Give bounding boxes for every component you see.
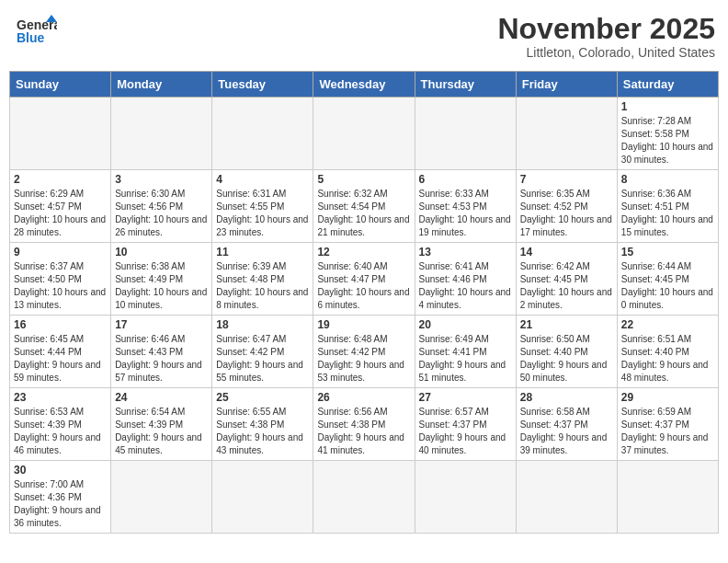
day-number: 21 <box>520 318 613 331</box>
calendar-day-cell: 25Sunrise: 6:55 AM Sunset: 4:38 PM Dayli… <box>212 388 313 461</box>
day-info: Sunrise: 6:35 AM Sunset: 4:52 PM Dayligh… <box>520 188 613 239</box>
calendar-day-cell: 13Sunrise: 6:41 AM Sunset: 4:46 PM Dayli… <box>415 243 516 316</box>
calendar-day-cell: 14Sunrise: 6:42 AM Sunset: 4:45 PM Dayli… <box>516 243 617 316</box>
day-number: 5 <box>317 173 410 186</box>
calendar-day-cell <box>111 461 212 534</box>
day-info: Sunrise: 6:38 AM Sunset: 4:49 PM Dayligh… <box>115 260 208 312</box>
day-of-week-header: Sunday <box>10 72 111 98</box>
calendar-day-cell: 24Sunrise: 6:54 AM Sunset: 4:39 PM Dayli… <box>111 388 212 461</box>
calendar-day-cell <box>313 98 415 170</box>
calendar-day-cell <box>212 98 313 170</box>
calendar-day-cell: 12Sunrise: 6:40 AM Sunset: 4:47 PM Dayli… <box>313 243 415 316</box>
day-number: 4 <box>216 173 309 186</box>
logo-icon: General Blue <box>17 13 57 53</box>
calendar-day-cell: 10Sunrise: 6:38 AM Sunset: 4:49 PM Dayli… <box>111 243 212 316</box>
day-info: Sunrise: 7:28 AM Sunset: 5:58 PM Dayligh… <box>621 115 714 167</box>
calendar-day-cell: 4Sunrise: 6:31 AM Sunset: 4:55 PM Daylig… <box>212 170 313 243</box>
day-number: 15 <box>621 246 714 259</box>
calendar-day-cell: 1Sunrise: 7:28 AM Sunset: 5:58 PM Daylig… <box>617 98 718 170</box>
day-info: Sunrise: 6:47 AM Sunset: 4:42 PM Dayligh… <box>216 333 309 385</box>
calendar-week-row: 9Sunrise: 6:37 AM Sunset: 4:50 PM Daylig… <box>10 243 719 316</box>
calendar-day-cell: 19Sunrise: 6:48 AM Sunset: 4:42 PM Dayli… <box>313 316 415 388</box>
day-of-week-header: Friday <box>516 72 617 98</box>
calendar-day-cell: 16Sunrise: 6:45 AM Sunset: 4:44 PM Dayli… <box>10 316 111 388</box>
day-info: Sunrise: 6:44 AM Sunset: 4:45 PM Dayligh… <box>621 260 714 312</box>
day-number: 19 <box>317 318 410 331</box>
day-number: 1 <box>621 100 714 113</box>
day-number: 9 <box>14 246 107 259</box>
day-info: Sunrise: 6:39 AM Sunset: 4:48 PM Dayligh… <box>216 260 309 312</box>
day-number: 2 <box>14 173 107 186</box>
svg-text:Blue: Blue <box>17 30 45 45</box>
day-info: Sunrise: 6:51 AM Sunset: 4:40 PM Dayligh… <box>621 333 714 385</box>
day-info: Sunrise: 6:56 AM Sunset: 4:38 PM Dayligh… <box>317 406 410 457</box>
day-number: 10 <box>115 246 208 259</box>
day-info: Sunrise: 6:29 AM Sunset: 4:57 PM Dayligh… <box>14 188 107 239</box>
day-info: Sunrise: 6:42 AM Sunset: 4:45 PM Dayligh… <box>520 260 613 312</box>
day-info: Sunrise: 6:33 AM Sunset: 4:53 PM Dayligh… <box>419 188 512 239</box>
day-number: 7 <box>520 173 613 186</box>
calendar-day-cell: 9Sunrise: 6:37 AM Sunset: 4:50 PM Daylig… <box>10 243 111 316</box>
day-info: Sunrise: 6:41 AM Sunset: 4:46 PM Dayligh… <box>419 260 512 312</box>
day-info: Sunrise: 6:30 AM Sunset: 4:56 PM Dayligh… <box>115 188 208 239</box>
location-title: Littleton, Colorado, United States <box>497 45 715 60</box>
calendar-day-cell: 30Sunrise: 7:00 AM Sunset: 4:36 PM Dayli… <box>10 461 111 534</box>
day-number: 3 <box>115 173 208 186</box>
calendar-day-cell <box>212 461 313 534</box>
day-number: 11 <box>216 246 309 259</box>
day-number: 24 <box>115 391 208 404</box>
day-number: 28 <box>520 391 613 404</box>
day-of-week-header: Saturday <box>617 72 718 98</box>
calendar-day-cell: 22Sunrise: 6:51 AM Sunset: 4:40 PM Dayli… <box>617 316 718 388</box>
calendar-week-row: 30Sunrise: 7:00 AM Sunset: 4:36 PM Dayli… <box>10 461 719 534</box>
day-info: Sunrise: 6:32 AM Sunset: 4:54 PM Dayligh… <box>317 188 410 239</box>
day-number: 22 <box>621 318 714 331</box>
day-number: 17 <box>115 318 208 331</box>
calendar-day-cell: 3Sunrise: 6:30 AM Sunset: 4:56 PM Daylig… <box>111 170 212 243</box>
day-info: Sunrise: 6:45 AM Sunset: 4:44 PM Dayligh… <box>14 333 107 385</box>
day-info: Sunrise: 6:59 AM Sunset: 4:37 PM Dayligh… <box>621 406 714 457</box>
calendar-week-row: 2Sunrise: 6:29 AM Sunset: 4:57 PM Daylig… <box>10 170 719 243</box>
page-header: General Blue November 2025 Littleton, Co… <box>9 9 719 63</box>
day-number: 14 <box>520 246 613 259</box>
day-info: Sunrise: 6:57 AM Sunset: 4:37 PM Dayligh… <box>419 406 512 457</box>
calendar-day-cell: 20Sunrise: 6:49 AM Sunset: 4:41 PM Dayli… <box>415 316 516 388</box>
calendar-day-cell: 15Sunrise: 6:44 AM Sunset: 4:45 PM Dayli… <box>617 243 718 316</box>
calendar-day-cell <box>313 461 415 534</box>
calendar-day-cell <box>516 461 617 534</box>
day-number: 27 <box>419 391 512 404</box>
calendar-header-row: SundayMondayTuesdayWednesdayThursdayFrid… <box>10 72 719 98</box>
calendar-day-cell: 21Sunrise: 6:50 AM Sunset: 4:40 PM Dayli… <box>516 316 617 388</box>
day-info: Sunrise: 6:54 AM Sunset: 4:39 PM Dayligh… <box>115 406 208 457</box>
calendar-day-cell <box>415 98 516 170</box>
calendar-day-cell: 8Sunrise: 6:36 AM Sunset: 4:51 PM Daylig… <box>617 170 718 243</box>
day-info: Sunrise: 6:58 AM Sunset: 4:37 PM Dayligh… <box>520 406 613 457</box>
day-number: 12 <box>317 246 410 259</box>
calendar-day-cell <box>617 461 718 534</box>
calendar-week-row: 23Sunrise: 6:53 AM Sunset: 4:39 PM Dayli… <box>10 388 719 461</box>
day-number: 13 <box>419 246 512 259</box>
calendar-day-cell: 29Sunrise: 6:59 AM Sunset: 4:37 PM Dayli… <box>617 388 718 461</box>
calendar-day-cell: 7Sunrise: 6:35 AM Sunset: 4:52 PM Daylig… <box>516 170 617 243</box>
day-number: 25 <box>216 391 309 404</box>
day-info: Sunrise: 7:00 AM Sunset: 4:36 PM Dayligh… <box>14 478 107 530</box>
calendar-day-cell <box>111 98 212 170</box>
calendar-table: SundayMondayTuesdayWednesdayThursdayFrid… <box>9 71 719 534</box>
month-title: November 2025 <box>497 13 715 45</box>
day-number: 30 <box>14 464 107 477</box>
day-number: 23 <box>14 391 107 404</box>
calendar-day-cell: 23Sunrise: 6:53 AM Sunset: 4:39 PM Dayli… <box>10 388 111 461</box>
calendar-day-cell: 2Sunrise: 6:29 AM Sunset: 4:57 PM Daylig… <box>10 170 111 243</box>
calendar-day-cell <box>415 461 516 534</box>
day-info: Sunrise: 6:46 AM Sunset: 4:43 PM Dayligh… <box>115 333 208 385</box>
day-info: Sunrise: 6:40 AM Sunset: 4:47 PM Dayligh… <box>317 260 410 312</box>
day-number: 16 <box>14 318 107 331</box>
calendar-week-row: 16Sunrise: 6:45 AM Sunset: 4:44 PM Dayli… <box>10 316 719 388</box>
calendar-day-cell: 17Sunrise: 6:46 AM Sunset: 4:43 PM Dayli… <box>111 316 212 388</box>
day-number: 8 <box>621 173 714 186</box>
calendar-day-cell: 5Sunrise: 6:32 AM Sunset: 4:54 PM Daylig… <box>313 170 415 243</box>
calendar-day-cell: 6Sunrise: 6:33 AM Sunset: 4:53 PM Daylig… <box>415 170 516 243</box>
calendar-day-cell: 28Sunrise: 6:58 AM Sunset: 4:37 PM Dayli… <box>516 388 617 461</box>
day-of-week-header: Tuesday <box>212 72 313 98</box>
calendar-day-cell <box>516 98 617 170</box>
